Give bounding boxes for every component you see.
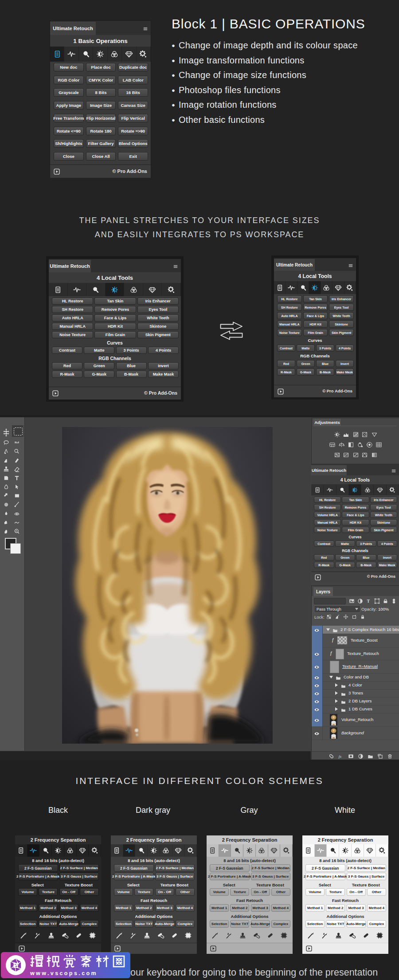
svg-text:fx: fx [339, 754, 342, 759]
svg-text:T: T [367, 599, 370, 604]
